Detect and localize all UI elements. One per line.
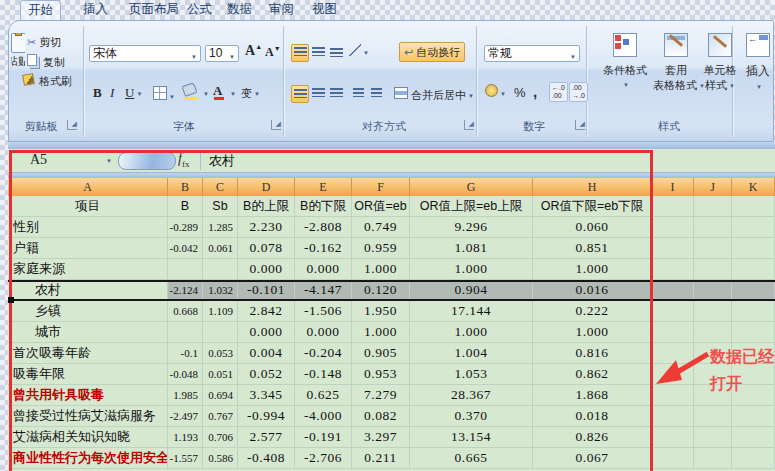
clipboard-dialog-launcher[interactable]: ◢ xyxy=(67,120,77,130)
tab-insert[interactable]: 插入 xyxy=(76,0,115,19)
data-cell[interactable] xyxy=(652,196,694,217)
data-cell[interactable] xyxy=(203,259,238,280)
data-cell[interactable] xyxy=(732,406,775,427)
data-cell[interactable]: OR值下限=eb下限 xyxy=(533,196,652,217)
data-cell[interactable]: 0.016 xyxy=(533,282,652,299)
data-cell[interactable]: 1.004 xyxy=(410,343,533,364)
data-cell[interactable]: 0.953 xyxy=(352,364,410,385)
wrap-text-button[interactable]: ↩ 自动换行 xyxy=(399,42,465,62)
data-cell[interactable]: 0.706 xyxy=(203,427,238,448)
borders-button[interactable] xyxy=(153,86,175,102)
data-cell[interactable]: -4.147 xyxy=(295,282,352,299)
row-label-cell[interactable]: 曾共用针具吸毒 xyxy=(8,385,168,406)
row-label-cell[interactable]: 项目 xyxy=(8,196,168,217)
name-box[interactable]: A5 xyxy=(30,152,47,168)
data-cell[interactable]: 0.060 xyxy=(533,217,652,238)
data-cell[interactable]: 1.950 xyxy=(352,301,410,322)
column-header-D[interactable]: D xyxy=(238,178,295,196)
data-cell[interactable]: 0.959 xyxy=(352,238,410,259)
comma-style-button[interactable]: , xyxy=(533,83,537,100)
data-cell[interactable]: 1.053 xyxy=(410,364,533,385)
shrink-font-button[interactable]: A▼ xyxy=(265,45,281,60)
decrease-decimal-button[interactable]: .00 →.0 xyxy=(569,82,588,102)
align-middle-button[interactable] xyxy=(310,44,326,60)
data-cell[interactable]: 0.018 xyxy=(533,406,652,427)
orientation-button[interactable] xyxy=(349,44,369,58)
data-cell[interactable] xyxy=(652,217,694,238)
data-cell[interactable]: 1.000 xyxy=(410,322,533,343)
data-cell[interactable]: 17.144 xyxy=(410,301,533,322)
data-cell[interactable]: 0.222 xyxy=(533,301,652,322)
data-cell[interactable]: 1.000 xyxy=(352,259,410,280)
data-cell[interactable] xyxy=(732,217,775,238)
row-label-cell[interactable]: 乡镇 xyxy=(8,301,168,322)
align-bottom-button[interactable] xyxy=(328,44,344,60)
formula-content[interactable]: 农村 xyxy=(209,152,235,170)
copy-button[interactable]: 复制 xyxy=(27,54,65,70)
bold-button[interactable]: B xyxy=(93,85,102,101)
data-cell[interactable]: 1.000 xyxy=(533,259,652,280)
tab-home[interactable]: 开始 xyxy=(20,0,61,20)
data-cell[interactable]: 3.345 xyxy=(238,385,295,406)
row-label-cell[interactable]: 城市 xyxy=(8,322,168,343)
font-dialog-launcher[interactable]: ◢ xyxy=(271,120,281,130)
data-cell[interactable]: 0.665 xyxy=(410,448,533,469)
data-cell[interactable] xyxy=(652,427,694,448)
data-cell[interactable]: 13.154 xyxy=(410,427,533,448)
row-label-cell[interactable]: 商业性性行为每次使用安全套 xyxy=(8,448,168,469)
data-cell[interactable]: -1.557 xyxy=(168,448,203,469)
data-cell[interactable]: B的下限 xyxy=(295,196,352,217)
number-format-select[interactable]: 常规 xyxy=(484,45,580,62)
data-cell[interactable] xyxy=(694,301,732,322)
data-cell[interactable]: -0.289 xyxy=(168,217,203,238)
data-cell[interactable] xyxy=(168,322,203,343)
data-cell[interactable] xyxy=(732,427,775,448)
data-cell[interactable]: 0.120 xyxy=(352,282,410,299)
data-cell[interactable] xyxy=(203,322,238,343)
data-cell[interactable]: 1.000 xyxy=(352,322,410,343)
data-cell[interactable]: 0.905 xyxy=(352,343,410,364)
increase-indent-button[interactable] xyxy=(368,85,384,101)
row-label-cell[interactable]: 吸毒年限 xyxy=(8,364,168,385)
data-cell[interactable]: Sb xyxy=(203,196,238,217)
data-cell[interactable]: OR值=eb xyxy=(352,196,410,217)
data-cell[interactable] xyxy=(694,217,732,238)
data-cell[interactable]: 0.370 xyxy=(410,406,533,427)
data-cell[interactable]: 1.985 xyxy=(168,385,203,406)
data-cell[interactable]: 0.816 xyxy=(533,343,652,364)
tab-view[interactable]: 视图 xyxy=(305,0,344,19)
data-cell[interactable]: 2.577 xyxy=(238,427,295,448)
data-cell[interactable]: 0.000 xyxy=(295,322,352,343)
data-cell[interactable] xyxy=(652,301,694,322)
font-size-select[interactable]: 10 xyxy=(205,45,239,62)
data-cell[interactable]: -1.506 xyxy=(295,301,352,322)
row-label-cell[interactable]: 性别 xyxy=(8,217,168,238)
data-cell[interactable]: 0.694 xyxy=(203,385,238,406)
decrease-indent-button[interactable] xyxy=(350,85,366,101)
data-cell[interactable]: 0.078 xyxy=(238,238,295,259)
percent-style-button[interactable]: % xyxy=(514,85,526,100)
align-left-button[interactable] xyxy=(291,85,309,103)
number-dialog-launcher[interactable]: ◢ xyxy=(575,120,585,130)
format-as-table-button[interactable]: 套用 表格格式 xyxy=(653,33,699,93)
data-cell[interactable]: 1.285 xyxy=(203,217,238,238)
data-cell[interactable]: 0.082 xyxy=(352,406,410,427)
data-cell[interactable] xyxy=(652,282,694,299)
data-cell[interactable] xyxy=(732,196,775,217)
data-cell[interactable]: 0.668 xyxy=(168,301,203,322)
data-cell[interactable]: 0.904 xyxy=(410,282,533,299)
row-label-cell[interactable]: 家庭来源 xyxy=(8,259,168,280)
data-cell[interactable] xyxy=(652,259,694,280)
data-cell[interactable]: 1.000 xyxy=(410,259,533,280)
data-cell[interactable]: 0.000 xyxy=(238,322,295,343)
data-cell[interactable]: -0.148 xyxy=(295,364,352,385)
data-cell[interactable]: -2.706 xyxy=(295,448,352,469)
data-cell[interactable] xyxy=(732,301,775,322)
data-cell[interactable]: 9.296 xyxy=(410,217,533,238)
column-header-F[interactable]: F xyxy=(352,178,410,196)
data-cell[interactable]: 1.109 xyxy=(203,301,238,322)
data-cell[interactable]: 1.000 xyxy=(533,322,652,343)
row-label-cell[interactable]: 首次吸毒年龄 xyxy=(8,343,168,364)
name-box-splitter[interactable] xyxy=(118,152,176,170)
data-cell[interactable]: 0.053 xyxy=(203,343,238,364)
